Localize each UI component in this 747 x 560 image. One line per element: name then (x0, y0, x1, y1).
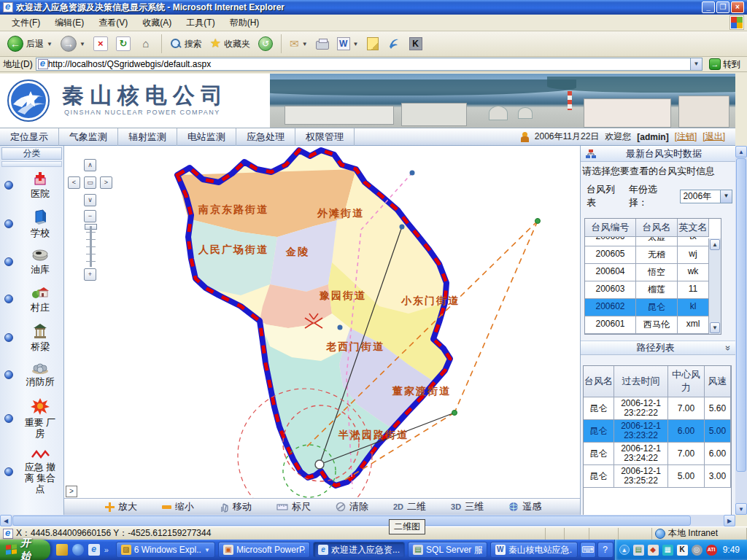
track-point-blue[interactable] (410, 171, 415, 176)
language-bar-keyboard-button[interactable]: ⌨ (580, 542, 596, 558)
task-powerpoint[interactable]: ▣ Microsoft PowerP... (218, 542, 310, 558)
view-3d-tool[interactable]: 3D三维 (451, 500, 484, 513)
history-button[interactable]: ↺ (255, 35, 276, 52)
address-dropdown-icon[interactable]: ▼ (690, 58, 702, 70)
track-point-green[interactable] (452, 411, 457, 416)
scroll-up-icon[interactable]: ▲ (735, 146, 747, 158)
scroll-down-icon[interactable]: ▼ (735, 503, 747, 515)
zoom-slider-plus-button[interactable]: + (84, 268, 96, 281)
tab-location-display[interactable]: 定位显示 (0, 128, 59, 146)
pan-left-button[interactable]: < (68, 176, 80, 189)
kaspersky-tray-icon[interactable]: K (677, 545, 688, 556)
close-button[interactable]: × (731, 1, 744, 13)
forward-button[interactable]: → ▼ (58, 34, 88, 53)
network-tray-icon[interactable]: ▦ (662, 545, 673, 556)
address-input[interactable] (48, 59, 690, 69)
task-windows-explorer-group[interactable]: ▨ 6 Windows Expl... ▼ (116, 542, 215, 558)
panel-expand-button[interactable]: > (66, 486, 77, 497)
scroll-right-icon[interactable]: ▶ (724, 515, 735, 526)
ati-tray-icon[interactable]: ATI (706, 545, 717, 556)
view-2d-tool[interactable]: 2D二维 (393, 500, 426, 513)
typhoon-row[interactable]: 200603榴莲11 (585, 281, 708, 299)
mail-button[interactable]: ✉▼ (287, 36, 311, 52)
sidebar-item-important-plant[interactable]: 重要 厂房 (4, 397, 63, 439)
clock[interactable]: 9:49 (723, 545, 740, 555)
pan-down-button[interactable]: ∨ (84, 194, 96, 206)
clear-tool[interactable]: 清除 (336, 500, 368, 513)
track-point-blue[interactable] (338, 325, 343, 330)
kaspersky-button[interactable]: K (406, 36, 425, 52)
sql-tray-icon[interactable]: ▤ (633, 545, 644, 556)
map-area[interactable]: 南京东路街道 外滩街道 人民广场街道 金陵 豫园街道 小东门街道 老西门街道 董… (64, 146, 580, 515)
year-select-dropdown-icon[interactable]: ▼ (720, 190, 732, 203)
full-extent-button[interactable]: ▭ (84, 176, 96, 189)
path-row-selected[interactable]: 昆仑2006-12-1 23:23:22 6.005.00 (584, 420, 731, 443)
quicklaunch-show-desktop-icon[interactable] (56, 544, 68, 556)
typhoon-list-label[interactable]: 台风列表 (587, 183, 624, 209)
menu-tools[interactable]: 工具(T) (179, 15, 222, 31)
forward-dropdown-icon[interactable]: ▼ (80, 41, 85, 47)
zoom-slider-minus-button[interactable]: − (84, 210, 96, 222)
path-list-header[interactable]: 路径列表 « (581, 341, 735, 355)
notes-button[interactable] (364, 36, 382, 52)
path-row[interactable]: 昆仑2006-12-1 23:22:22 7.005.60 (584, 397, 731, 420)
edit-word-button[interactable]: W▼ (334, 36, 362, 52)
typhoon-row[interactable]: 200605无稽wj (585, 246, 708, 264)
print-button[interactable] (313, 36, 332, 51)
tab-radiation-monitor[interactable]: 辐射监测 (118, 128, 177, 146)
ruler-tool[interactable]: 标尺 (276, 500, 311, 513)
sidebar-item-bridge[interactable]: 桥梁 (4, 323, 63, 352)
back-button[interactable]: ← 后退 ▼ (4, 34, 55, 53)
tab-emergency-handling[interactable]: 应急处理 (236, 128, 295, 146)
stop-button[interactable]: × (90, 35, 111, 52)
refresh-button[interactable]: ↻ (113, 35, 133, 52)
sidebar-item-village[interactable]: 村庄 (4, 285, 63, 313)
year-select[interactable]: 2006年 ▼ (680, 190, 732, 203)
typhoon-center-point[interactable] (315, 460, 324, 469)
task-word-document[interactable]: W 秦山核电站应急... (490, 542, 578, 558)
scroll-left-icon[interactable]: ◀ (0, 515, 12, 526)
sidebar-item-fire-station[interactable]: 消防所 (4, 362, 63, 387)
favorites-button[interactable]: ★ 收藏夹 (207, 36, 253, 52)
vertical-scroll-thumb[interactable] (736, 158, 746, 472)
sidebar-item-school[interactable]: 学校 (4, 209, 63, 238)
track-point-green[interactable] (535, 219, 541, 224)
exit-link[interactable]: [退出] (703, 131, 725, 143)
status-tray-icon[interactable]: ◎ (692, 545, 703, 556)
path-row[interactable]: 昆仑2006-12-1 23:24:22 7.006.00 (584, 443, 731, 465)
page-vertical-scrollbar[interactable]: ▲ ▼ (735, 146, 747, 515)
start-button[interactable]: 开始 (0, 540, 50, 560)
minimize-button[interactable]: _ (702, 1, 715, 13)
group-dropdown-icon[interactable]: ▼ (204, 547, 210, 553)
task-sql-server[interactable]: ▤ SQL Server 服务... (408, 542, 487, 558)
menu-favorites[interactable]: 收藏(A) (135, 15, 179, 31)
quicklaunch-media-player-icon[interactable] (72, 544, 84, 556)
office-tray-icon[interactable]: ◆ (648, 545, 659, 556)
page-horizontal-scrollbar[interactable]: ◀ ▶ (0, 515, 735, 526)
pan-right-button[interactable]: > (100, 176, 112, 189)
messenger-button[interactable] (384, 35, 404, 52)
typhoon-row[interactable]: 200604悟空wk (585, 264, 708, 281)
track-point-blue[interactable] (400, 225, 405, 230)
menu-file[interactable]: 文件(F) (4, 15, 47, 31)
scroll-up-icon[interactable]: ▲ (710, 239, 720, 250)
home-button[interactable]: ⌂ (136, 35, 156, 52)
sidebar-item-oil-depot[interactable]: 油库 (4, 249, 63, 275)
maximize-button[interactable]: ❐ (716, 1, 729, 13)
zoom-out-tool[interactable]: 缩小 (162, 500, 194, 513)
path-row[interactable]: 昆仑2006-12-1 23:25:22 5.003.00 (584, 465, 731, 488)
sidebar-item-assembly-point[interactable]: 应急 撤离 集合点 (4, 449, 63, 494)
tab-permission-mgmt[interactable]: 权限管理 (295, 128, 355, 146)
address-field[interactable]: ▼ (36, 58, 703, 71)
tray-collapse-icon[interactable]: ▴ (619, 545, 630, 555)
back-dropdown-icon[interactable]: ▼ (47, 41, 53, 47)
tab-station-monitor[interactable]: 电站监测 (177, 128, 236, 146)
language-bar-help-button[interactable]: ? (597, 542, 614, 558)
typhoon-row[interactable]: 200606太虚tx (585, 237, 708, 246)
quicklaunch-overflow-icon[interactable]: » (104, 545, 109, 554)
menu-edit[interactable]: 编辑(E) (47, 15, 91, 31)
sidebar-item-hospital[interactable]: 医院 (4, 171, 63, 199)
zoom-in-tool[interactable]: 放大 (105, 500, 137, 513)
search-button[interactable]: 搜索 (167, 36, 205, 52)
typhoon-row-selected[interactable]: 200602昆仑kl (585, 299, 708, 316)
